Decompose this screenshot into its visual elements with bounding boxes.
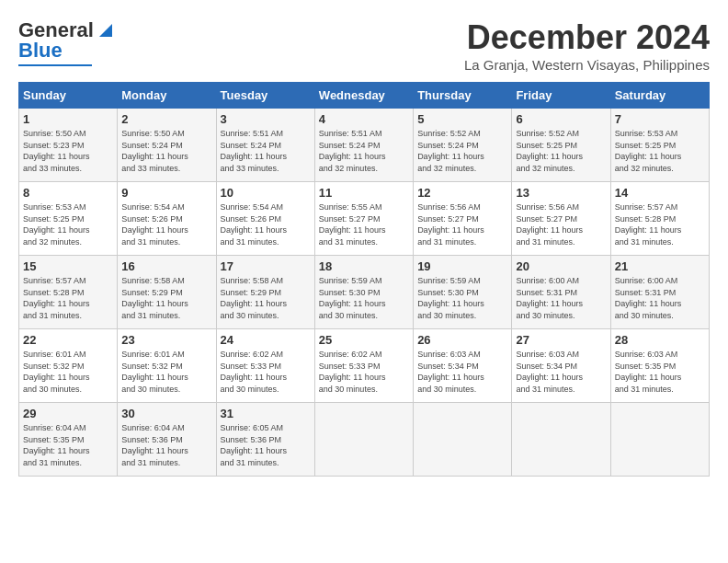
title-area: December 2024 La Granja, Western Visayas… bbox=[464, 18, 710, 73]
day-info: Sunrise: 5:56 AM Sunset: 5:27 PM Dayligh… bbox=[417, 201, 507, 247]
calendar-cell: 3Sunrise: 5:51 AM Sunset: 5:24 PM Daylig… bbox=[216, 109, 314, 182]
calendar-cell: 24Sunrise: 6:02 AM Sunset: 5:33 PM Dayli… bbox=[216, 329, 314, 403]
day-number: 27 bbox=[516, 333, 606, 347]
calendar-week-4: 22Sunrise: 6:01 AM Sunset: 5:32 PM Dayli… bbox=[19, 329, 710, 403]
day-number: 17 bbox=[221, 259, 311, 273]
calendar-cell: 14Sunrise: 5:57 AM Sunset: 5:28 PM Dayli… bbox=[610, 182, 709, 256]
calendar-cell: 22Sunrise: 6:01 AM Sunset: 5:32 PM Dayli… bbox=[19, 329, 118, 403]
calendar-week-1: 1Sunrise: 5:50 AM Sunset: 5:23 PM Daylig… bbox=[19, 109, 710, 182]
calendar-cell: 28Sunrise: 6:03 AM Sunset: 5:35 PM Dayli… bbox=[610, 329, 709, 403]
calendar-cell: 10Sunrise: 5:54 AM Sunset: 5:26 PM Dayli… bbox=[216, 182, 314, 256]
calendar-cell: 26Sunrise: 6:03 AM Sunset: 5:34 PM Dayli… bbox=[414, 329, 512, 403]
logo: General Blue bbox=[18, 18, 116, 66]
day-info: Sunrise: 5:50 AM Sunset: 5:23 PM Dayligh… bbox=[23, 128, 113, 174]
header-tuesday: Tuesday bbox=[216, 83, 314, 109]
day-number: 26 bbox=[417, 333, 507, 347]
day-info: Sunrise: 5:53 AM Sunset: 5:25 PM Dayligh… bbox=[23, 201, 113, 247]
calendar-cell: 6Sunrise: 5:52 AM Sunset: 5:25 PM Daylig… bbox=[512, 109, 610, 182]
calendar-week-3: 15Sunrise: 5:57 AM Sunset: 5:28 PM Dayli… bbox=[19, 256, 710, 329]
day-info: Sunrise: 5:59 AM Sunset: 5:30 PM Dayligh… bbox=[319, 275, 409, 321]
day-number: 11 bbox=[319, 186, 409, 200]
calendar-cell bbox=[414, 403, 512, 477]
day-info: Sunrise: 5:52 AM Sunset: 5:25 PM Dayligh… bbox=[516, 128, 606, 174]
day-number: 14 bbox=[615, 186, 705, 200]
calendar-cell: 25Sunrise: 6:02 AM Sunset: 5:33 PM Dayli… bbox=[314, 329, 413, 403]
header-sunday: Sunday bbox=[19, 83, 118, 109]
day-info: Sunrise: 5:50 AM Sunset: 5:24 PM Dayligh… bbox=[121, 128, 211, 174]
logo-underline bbox=[18, 64, 92, 66]
calendar-cell: 17Sunrise: 5:58 AM Sunset: 5:29 PM Dayli… bbox=[216, 256, 314, 329]
day-number: 24 bbox=[221, 333, 311, 347]
day-number: 15 bbox=[23, 259, 113, 273]
day-info: Sunrise: 5:51 AM Sunset: 5:24 PM Dayligh… bbox=[319, 128, 409, 174]
calendar-cell: 19Sunrise: 5:59 AM Sunset: 5:30 PM Dayli… bbox=[414, 256, 512, 329]
calendar-cell: 7Sunrise: 5:53 AM Sunset: 5:25 PM Daylig… bbox=[610, 109, 709, 182]
day-info: Sunrise: 5:52 AM Sunset: 5:24 PM Dayligh… bbox=[417, 128, 507, 174]
day-number: 28 bbox=[615, 333, 705, 347]
day-number: 12 bbox=[417, 186, 507, 200]
day-number: 8 bbox=[23, 186, 113, 200]
day-info: Sunrise: 5:58 AM Sunset: 5:29 PM Dayligh… bbox=[121, 275, 211, 321]
day-info: Sunrise: 6:01 AM Sunset: 5:32 PM Dayligh… bbox=[121, 349, 211, 395]
calendar-cell: 21Sunrise: 6:00 AM Sunset: 5:31 PM Dayli… bbox=[610, 256, 709, 329]
calendar-table: SundayMondayTuesdayWednesdayThursdayFrid… bbox=[18, 82, 710, 477]
calendar-cell: 2Sunrise: 5:50 AM Sunset: 5:24 PM Daylig… bbox=[118, 109, 216, 182]
logo-arrow-icon bbox=[96, 20, 116, 40]
day-number: 22 bbox=[23, 333, 113, 347]
day-number: 23 bbox=[121, 333, 211, 347]
calendar-cell bbox=[610, 403, 709, 477]
calendar-cell: 30Sunrise: 6:04 AM Sunset: 5:36 PM Dayli… bbox=[118, 403, 216, 477]
day-info: Sunrise: 5:56 AM Sunset: 5:27 PM Dayligh… bbox=[516, 201, 606, 247]
month-title: December 2024 bbox=[464, 18, 710, 57]
day-number: 29 bbox=[23, 407, 113, 420]
day-number: 7 bbox=[615, 112, 705, 126]
day-info: Sunrise: 6:03 AM Sunset: 5:34 PM Dayligh… bbox=[417, 349, 507, 395]
calendar-cell: 15Sunrise: 5:57 AM Sunset: 5:28 PM Dayli… bbox=[19, 256, 118, 329]
day-number: 2 bbox=[121, 112, 211, 126]
day-info: Sunrise: 5:54 AM Sunset: 5:26 PM Dayligh… bbox=[121, 201, 211, 247]
day-number: 3 bbox=[221, 112, 311, 126]
day-info: Sunrise: 6:03 AM Sunset: 5:34 PM Dayligh… bbox=[516, 349, 606, 395]
calendar-cell: 5Sunrise: 5:52 AM Sunset: 5:24 PM Daylig… bbox=[414, 109, 512, 182]
day-info: Sunrise: 6:01 AM Sunset: 5:32 PM Dayligh… bbox=[23, 349, 113, 395]
calendar-cell: 18Sunrise: 5:59 AM Sunset: 5:30 PM Dayli… bbox=[314, 256, 413, 329]
day-info: Sunrise: 5:58 AM Sunset: 5:29 PM Dayligh… bbox=[221, 275, 311, 321]
day-info: Sunrise: 5:54 AM Sunset: 5:26 PM Dayligh… bbox=[221, 201, 311, 247]
day-info: Sunrise: 6:02 AM Sunset: 5:33 PM Dayligh… bbox=[319, 349, 409, 395]
calendar-cell: 9Sunrise: 5:54 AM Sunset: 5:26 PM Daylig… bbox=[118, 182, 216, 256]
day-info: Sunrise: 5:59 AM Sunset: 5:30 PM Dayligh… bbox=[417, 275, 507, 321]
day-number: 16 bbox=[121, 259, 211, 273]
calendar-cell: 16Sunrise: 5:58 AM Sunset: 5:29 PM Dayli… bbox=[118, 256, 216, 329]
day-info: Sunrise: 6:03 AM Sunset: 5:35 PM Dayligh… bbox=[615, 349, 705, 395]
day-info: Sunrise: 6:04 AM Sunset: 5:35 PM Dayligh… bbox=[23, 422, 113, 468]
calendar-cell: 12Sunrise: 5:56 AM Sunset: 5:27 PM Dayli… bbox=[414, 182, 512, 256]
day-number: 9 bbox=[121, 186, 211, 200]
day-number: 18 bbox=[319, 259, 409, 273]
calendar-week-5: 29Sunrise: 6:04 AM Sunset: 5:35 PM Dayli… bbox=[19, 403, 710, 477]
day-number: 1 bbox=[23, 112, 113, 126]
day-info: Sunrise: 6:05 AM Sunset: 5:36 PM Dayligh… bbox=[221, 422, 311, 468]
day-number: 10 bbox=[221, 186, 311, 200]
calendar-cell bbox=[512, 403, 610, 477]
calendar-cell: 8Sunrise: 5:53 AM Sunset: 5:25 PM Daylig… bbox=[19, 182, 118, 256]
day-number: 5 bbox=[417, 112, 507, 126]
day-info: Sunrise: 6:02 AM Sunset: 5:33 PM Dayligh… bbox=[221, 349, 311, 395]
day-number: 30 bbox=[121, 407, 211, 420]
calendar-cell: 11Sunrise: 5:55 AM Sunset: 5:27 PM Dayli… bbox=[314, 182, 413, 256]
day-info: Sunrise: 6:00 AM Sunset: 5:31 PM Dayligh… bbox=[615, 275, 705, 321]
header-friday: Friday bbox=[512, 83, 610, 109]
logo-blue: Blue bbox=[18, 39, 63, 63]
location-title: La Granja, Western Visayas, Philippines bbox=[464, 57, 710, 73]
calendar-cell: 13Sunrise: 5:56 AM Sunset: 5:27 PM Dayli… bbox=[512, 182, 610, 256]
day-number: 13 bbox=[516, 186, 606, 200]
svg-marker-0 bbox=[99, 24, 112, 37]
header-saturday: Saturday bbox=[610, 83, 709, 109]
day-info: Sunrise: 5:57 AM Sunset: 5:28 PM Dayligh… bbox=[23, 275, 113, 321]
day-number: 31 bbox=[221, 407, 311, 420]
calendar-cell: 31Sunrise: 6:05 AM Sunset: 5:36 PM Dayli… bbox=[216, 403, 314, 477]
calendar-header-row: SundayMondayTuesdayWednesdayThursdayFrid… bbox=[19, 83, 710, 109]
day-number: 25 bbox=[319, 333, 409, 347]
calendar-cell: 20Sunrise: 6:00 AM Sunset: 5:31 PM Dayli… bbox=[512, 256, 610, 329]
day-number: 6 bbox=[516, 112, 606, 126]
day-number: 19 bbox=[417, 259, 507, 273]
